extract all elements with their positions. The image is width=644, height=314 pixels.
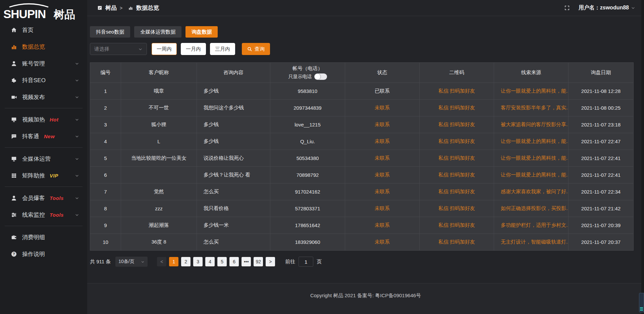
cell-account: 9583810 — [270, 83, 345, 100]
chevron-down-icon — [631, 6, 635, 10]
goto-page-input[interactable] — [299, 257, 313, 267]
cell-source-link[interactable]: 被大家追着问的客厅投影分享... — [494, 116, 569, 133]
cell-date: 2021-11-07 22:47 — [569, 133, 634, 150]
range-button-三月内[interactable]: 三月内 — [210, 43, 235, 55]
sidebar-item-badge: New — [44, 134, 55, 139]
sidebar-item-消费明细[interactable]: 消费明细 — [0, 229, 87, 246]
cell-date: 2021-11-07 22:41 — [569, 150, 634, 167]
page-button-6[interactable]: 6 — [229, 257, 239, 266]
sidebar-item-抖客通[interactable]: 抖客通New — [0, 128, 87, 145]
cell-nickname: 狐小狸 — [121, 116, 197, 133]
gear-icon — [11, 77, 17, 84]
scrollbar-track[interactable] — [641, 0, 644, 314]
sidebar-item-label: 线索监控 — [22, 211, 45, 219]
brand-name-cn: 树品 — [53, 8, 75, 20]
breadcrumb-home-icon — [97, 5, 102, 10]
bar-chart-icon — [11, 44, 17, 50]
sidebar-item-账号管理[interactable]: 账号管理 — [0, 55, 87, 72]
corner-widget[interactable] — [639, 293, 644, 312]
cell-source-link[interactable]: 感谢大家喜欢我家，被问了好... — [494, 184, 569, 200]
cell-content: 说说价格让我死心 — [197, 150, 270, 167]
sidebar-item-badge: Hot — [50, 117, 59, 122]
page-button-1[interactable]: 1 — [169, 257, 178, 266]
cell-content: 怎么买 — [197, 234, 270, 251]
page-size-select[interactable]: 10条/页 — [115, 257, 148, 267]
page-button-3[interactable]: 3 — [193, 257, 203, 266]
breadcrumb-root[interactable]: 树品 — [105, 4, 117, 12]
sidebar-item-视频发布[interactable]: 视频发布 — [0, 89, 87, 105]
cell-content: 多少钱 — [197, 116, 270, 133]
sidebar-item-矩阵助推[interactable]: 矩阵助推VIP — [0, 167, 87, 184]
more-pages-button[interactable]: ••• — [241, 257, 251, 266]
range-button-一周内[interactable]: 一周内 — [152, 43, 177, 55]
query-button[interactable]: 查询 — [242, 43, 270, 55]
breadcrumb-separator: > — [120, 5, 122, 11]
cell-source-link[interactable]: 如何正确选择投影仪，买投影... — [494, 200, 569, 217]
breadcrumb-current[interactable]: 数据总览 — [136, 4, 159, 12]
column-header-帐号（电话）: 帐号（电话） 只显示电话 — [270, 63, 345, 83]
cell-nickname: 当地比较能吃的一位美女 — [121, 150, 197, 167]
cell-qr-link[interactable]: 私信 扫码加好友 — [420, 200, 494, 217]
sidebar-item-首页[interactable]: 首页 — [0, 21, 87, 38]
cell-account: 572803371 — [270, 200, 345, 217]
cell-source-link[interactable]: 让你一眼就爱上的黑科技，能... — [494, 133, 569, 150]
sidebar-item-全媒体运营[interactable]: 全媒体运营 — [0, 150, 87, 167]
cell-date: 2021-11-07 21:42 — [569, 200, 634, 217]
page-button-2[interactable]: 2 — [181, 257, 191, 266]
cell-account: Q_Liu. — [270, 133, 345, 150]
table-header-row: 编号客户昵称咨询内容帐号（电话） 只显示电话 状态二维码线索来源询盘日期 — [90, 63, 634, 83]
cell-qr-link[interactable]: 私信 扫码加好友 — [420, 234, 494, 251]
page-number-buttons: 123456•••92 — [169, 257, 263, 266]
sidebar-item-数据总览[interactable]: 数据总览 — [0, 38, 87, 55]
tab-抖音seo数据[interactable]: 抖音seo数据 — [90, 26, 130, 38]
table-row-3: 3狐小狸多少钱love__1215未联系私信 扫码加好友被大家追着问的客厅投影分… — [90, 116, 634, 133]
cell-qr-link[interactable]: 私信 扫码加好友 — [420, 217, 494, 234]
sidebar-item-线索监控[interactable]: 线索监控Tools — [0, 206, 87, 223]
sidebar-item-会员爆客[interactable]: 会员爆客Tools — [0, 190, 87, 206]
sidebar-item-操作说明[interactable]: ?操作说明 — [0, 246, 87, 262]
cell-qr-link[interactable]: 私信 扫码加好友 — [420, 116, 494, 133]
sidebar-item-视频加热[interactable]: 视频加热Hot — [0, 111, 87, 128]
cell-qr-link[interactable]: 私信 扫码加好友 — [420, 150, 494, 167]
page-button-92[interactable]: 92 — [254, 257, 263, 266]
member-icon — [11, 195, 17, 201]
brand-logo[interactable]: SHUPIN 树品 — [0, 0, 87, 21]
cell-qr-link[interactable]: 私信 扫码加好友 — [420, 83, 494, 100]
cell-id: 5 — [90, 150, 121, 167]
cell-source-link[interactable]: 多功能护栏灯，适用于乡村文... — [494, 217, 569, 234]
sidebar-item-label: 视频发布 — [22, 93, 45, 101]
filter-select[interactable]: 请选择 — [90, 43, 147, 55]
table-row-9: 9潮起潮落多少钱一米178651642未联系私信 扫码加好友多功能护栏灯，适用于… — [90, 217, 634, 234]
cell-qr-link[interactable]: 私信 扫码加好友 — [420, 167, 494, 184]
cell-qr-link[interactable]: 私信 扫码加好友 — [420, 100, 494, 116]
sidebar-item-label: 操作说明 — [22, 250, 45, 258]
cell-source-link[interactable]: 让你一眼就爱上的黑科技，能... — [494, 167, 569, 184]
breadcrumb: 树品 > 数据总览 — [97, 4, 159, 12]
next-page-button[interactable]: > — [266, 257, 275, 266]
prev-page-button[interactable]: < — [157, 257, 166, 266]
tab-全媒体运营数据[interactable]: 全媒体运营数据 — [134, 26, 181, 38]
home-icon — [11, 27, 17, 33]
sidebar-item-label: 会员爆客 — [22, 194, 45, 202]
range-button-一月内[interactable]: 一月内 — [181, 43, 206, 55]
tab-询盘数据[interactable]: 询盘数据 — [185, 26, 218, 38]
sidebar-item-抖音SEO[interactable]: 抖音SEO — [0, 72, 87, 89]
fullscreen-icon[interactable] — [564, 5, 570, 11]
page-button-4[interactable]: 4 — [205, 257, 215, 266]
cell-source-link[interactable]: 让你一眼就爱上的黑科技，能... — [494, 83, 569, 100]
grid-icon — [11, 172, 17, 179]
main-content: 抖音seo数据全媒体运营数据询盘数据 请选择 一周内一月内三月内 查询 编号客户… — [87, 16, 644, 314]
cell-source-link[interactable]: 让你一眼就爱上的黑科技，能... — [494, 150, 569, 167]
user-menu[interactable]: 用户名：zswodun88 — [579, 4, 635, 11]
cell-qr-link[interactable]: 私信 扫码加好友 — [420, 184, 494, 200]
sidebar-item-badge: Tools — [50, 212, 64, 218]
cell-source-link[interactable]: 客厅安装投影半年多了，真实... — [494, 100, 569, 116]
column-header-状态: 状态 — [345, 63, 420, 83]
phone-only-toggle[interactable] — [314, 73, 327, 80]
cell-status: 未联系 — [345, 150, 420, 167]
cell-account: love__1215 — [270, 116, 345, 133]
cell-qr-link[interactable]: 私信 扫码加好友 — [420, 133, 494, 150]
cell-source-link[interactable]: 无主灯设计，智能磁吸轨道灯... — [494, 234, 569, 251]
page-button-5[interactable]: 5 — [217, 257, 227, 266]
cell-id: 4 — [90, 133, 121, 150]
